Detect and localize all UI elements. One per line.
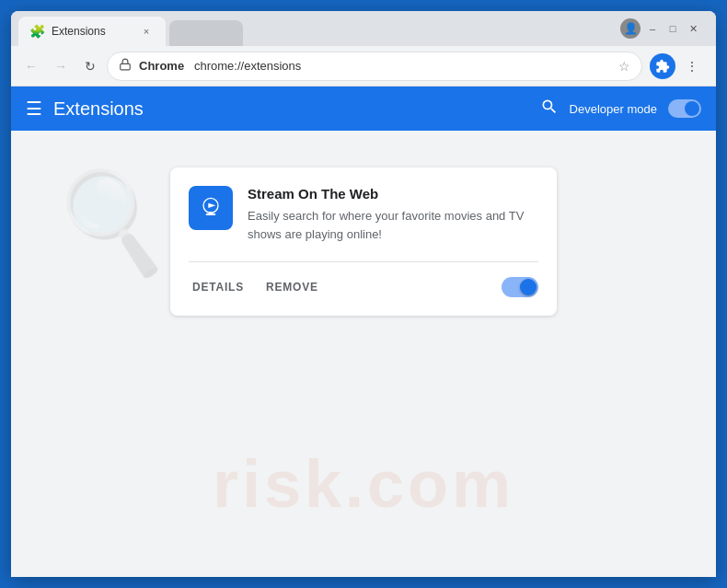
search-button[interactable]: [540, 98, 559, 121]
more-menu-icon: ⋮: [686, 59, 698, 74]
forward-button[interactable]: →: [48, 53, 74, 79]
page-title: Extensions: [53, 98, 529, 120]
extensions-icon-button[interactable]: [650, 53, 675, 79]
active-tab[interactable]: 🧩 Extensions ×: [18, 17, 166, 46]
reload-button[interactable]: ↻: [77, 53, 103, 79]
developer-mode-label: Developer mode: [570, 102, 657, 116]
extension-toggle[interactable]: [502, 277, 538, 297]
reload-icon: ↻: [85, 59, 96, 74]
close-window-button[interactable]: ✕: [685, 20, 701, 37]
remove-button[interactable]: REMOVE: [262, 277, 322, 297]
main-content: 🔎 risk.com Stream On The Web Easily sear…: [11, 131, 716, 577]
forward-icon: →: [54, 59, 67, 74]
extension-description: Easily search for where your favorite mo…: [248, 207, 538, 243]
address-bar: ← → ↻ Chrome chrome://extensions ☆: [11, 46, 716, 86]
tab-close-button[interactable]: ×: [138, 23, 155, 40]
extension-card: Stream On The Web Easily search for wher…: [170, 167, 557, 316]
omnibox[interactable]: Chrome chrome://extensions ☆: [107, 52, 642, 81]
svg-rect-4: [209, 212, 213, 214]
inactive-tab[interactable]: [169, 20, 243, 46]
watermark-text: risk.com: [213, 446, 514, 522]
title-bar: 🧩 Extensions × 👤 – □ ✕: [11, 11, 716, 46]
bookmark-icon[interactable]: ☆: [618, 59, 630, 74]
svg-marker-2: [208, 203, 215, 208]
extension-info: Stream On The Web Easily search for wher…: [248, 186, 538, 243]
back-button[interactable]: ←: [18, 53, 44, 79]
lock-icon: [119, 58, 132, 74]
minimize-button[interactable]: –: [644, 20, 661, 37]
extension-icon: [189, 186, 233, 230]
back-icon: ←: [25, 59, 38, 74]
toggle-knob: [685, 101, 699, 116]
tab-label: Extensions: [52, 25, 106, 38]
site-label: Chrome chrome://extensions: [139, 59, 611, 73]
more-menu-button[interactable]: ⋮: [679, 53, 705, 79]
extension-footer: DETAILS REMOVE: [189, 261, 538, 297]
details-button[interactable]: DETAILS: [189, 277, 248, 297]
hamburger-icon: ☰: [26, 98, 42, 120]
maximize-button[interactable]: □: [664, 20, 681, 37]
watermark-magnifier-icon: 🔎: [49, 158, 181, 285]
sidebar-menu-button[interactable]: ☰: [26, 98, 42, 120]
toolbar-actions: ⋮: [646, 53, 709, 79]
extension-header: Stream On The Web Easily search for wher…: [189, 186, 538, 243]
user-avatar-button[interactable]: 👤: [620, 18, 640, 39]
window-controls: 👤 – □ ✕: [613, 18, 709, 39]
extension-name: Stream On The Web: [248, 186, 538, 202]
tab-favicon: 🧩: [29, 24, 44, 39]
extension-toggle-knob: [520, 279, 537, 295]
tabs-area: 🧩 Extensions ×: [18, 11, 613, 46]
browser-window: 🧩 Extensions × 👤 – □ ✕ ← → ↻: [11, 11, 716, 577]
svg-rect-0: [121, 63, 131, 69]
extensions-toolbar: ☰ Extensions Developer mode: [11, 86, 716, 131]
developer-mode-toggle[interactable]: [668, 99, 701, 118]
avatar-icon: 👤: [624, 22, 638, 35]
